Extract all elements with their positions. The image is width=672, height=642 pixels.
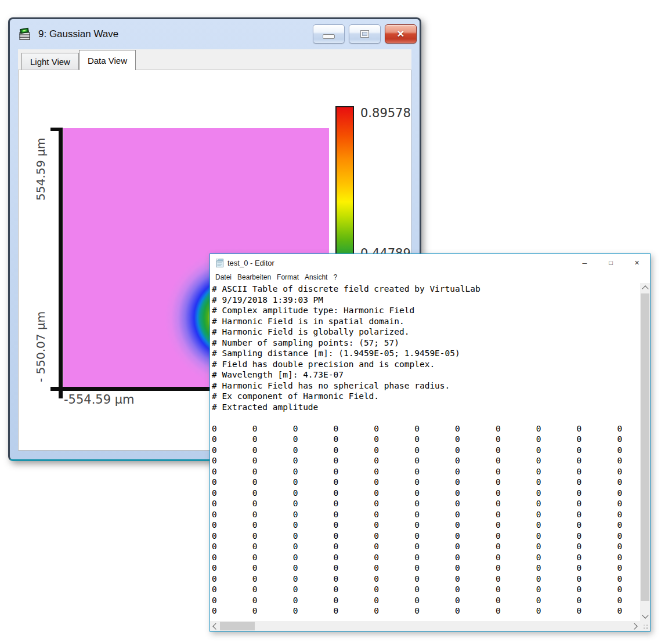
menu-datei[interactable]: Datei (212, 273, 234, 281)
editor-close-button[interactable]: × (624, 254, 650, 271)
menu-hilfe[interactable]: ? (330, 273, 340, 281)
field-stack-icon (17, 27, 33, 42)
vertical-scrollbar[interactable] (640, 283, 650, 621)
editor-maximize-button[interactable]: □ (598, 254, 624, 271)
maximize-button[interactable] (349, 24, 381, 43)
menu-format[interactable]: Format (274, 273, 302, 281)
editor-menubar: Datei Bearbeiten Format Ansicht ? (210, 271, 650, 283)
scroll-left-button[interactable] (210, 621, 220, 631)
editor-window: test_0 - Editor – □ × Datei Bearbeiten F… (209, 253, 651, 632)
scroll-up-button[interactable] (640, 283, 650, 293)
close-button[interactable]: × (385, 24, 417, 43)
horizontal-scrollbar[interactable] (210, 621, 640, 631)
vertical-scrollbar-thumb[interactable] (641, 293, 649, 601)
editor-minimize-icon: – (583, 258, 587, 267)
editor-window-title: test_0 - Editor (227, 259, 274, 267)
tab-light-view[interactable]: Light View (21, 53, 79, 70)
tab-data-view[interactable]: Data View (79, 50, 136, 70)
y-axis-line (59, 128, 63, 398)
chevron-left-icon (212, 623, 219, 629)
chevron-down-icon (642, 612, 648, 618)
resize-grip[interactable] (640, 621, 650, 631)
gaussian-window-controls: × (313, 24, 417, 43)
editor-minimize-button[interactable]: – (572, 254, 598, 271)
close-icon: × (397, 27, 404, 39)
editor-close-icon: × (634, 258, 639, 267)
editor-text[interactable]: # ASCII Table of discrete field created … (210, 283, 642, 622)
minimize-icon (323, 34, 335, 39)
colorbar-max-label: 0.89578 (360, 106, 411, 120)
scroll-down-button[interactable] (640, 611, 650, 621)
chevron-right-icon (631, 623, 637, 629)
minimize-button[interactable] (313, 24, 345, 43)
editor-window-controls: – □ × (572, 254, 650, 271)
menu-ansicht[interactable]: Ansicht (302, 273, 330, 281)
y-axis-top-label: 554.59 µm (34, 126, 51, 213)
menu-bearbeiten[interactable]: Bearbeiten (234, 273, 274, 281)
notepad-icon (215, 258, 225, 268)
gaussian-titlebar[interactable]: 9: Gaussian Wave × (10, 19, 420, 49)
y-axis-top-tick (50, 128, 63, 131)
gaussian-window-title: 9: Gaussian Wave (38, 28, 118, 40)
horizontal-scrollbar-thumb[interactable] (220, 622, 255, 630)
chevron-up-icon (642, 285, 648, 292)
x-axis-label: -554.59 µm (64, 393, 180, 407)
scroll-right-button[interactable] (630, 621, 640, 631)
editor-titlebar[interactable]: test_0 - Editor – □ × (210, 254, 650, 271)
maximize-icon (360, 30, 369, 38)
view-tabs: Light View Data View (18, 49, 411, 70)
y-axis-bottom-label: - 550.07 µm (34, 301, 51, 393)
editor-maximize-icon: □ (609, 259, 613, 266)
